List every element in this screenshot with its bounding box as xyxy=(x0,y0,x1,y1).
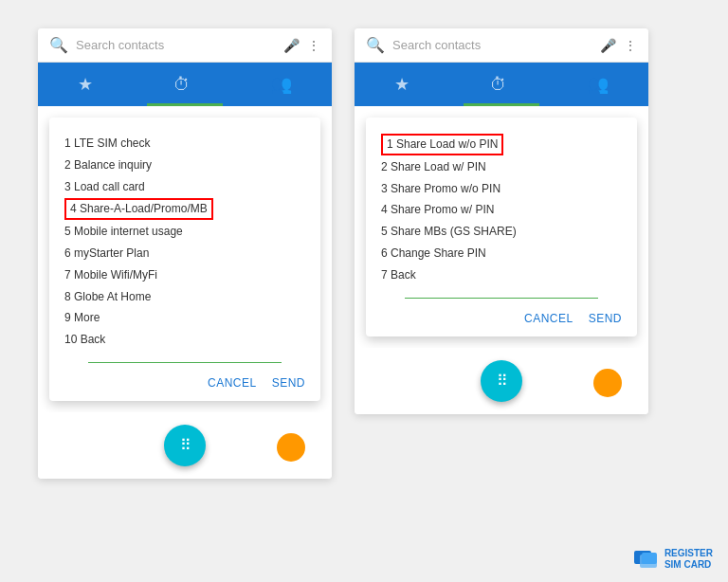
right-tabs-bar: ★ ⏱ 👥 xyxy=(355,63,648,106)
right-dialog-divider xyxy=(405,298,597,299)
right-tab-contacts[interactable]: 👥 xyxy=(573,70,624,99)
list-item[interactable]: 5 Share MBs (GS SHARE) xyxy=(381,221,622,243)
left-cancel-button[interactable]: CANCEL xyxy=(208,376,257,390)
left-tab-indicator xyxy=(147,103,223,106)
right-fab-icon: ⠿ xyxy=(497,372,507,390)
left-tabs-bar: ★ ⏱ 👥 xyxy=(38,63,332,106)
left-tab-favorites[interactable]: ★ xyxy=(63,70,108,99)
list-item[interactable]: 8 Globe At Home xyxy=(64,286,305,308)
left-send-button[interactable]: SEND xyxy=(272,376,305,390)
right-highlighted-item[interactable]: 1 Share Load w/o PIN xyxy=(381,134,503,155)
right-dialog-list: 1 Share Load w/o PIN 2 Share Load w/ PIN… xyxy=(381,133,622,286)
list-item[interactable]: 1 Share Load w/o PIN xyxy=(381,133,622,156)
list-item[interactable]: 3 Load call card xyxy=(64,176,305,198)
left-search-bar: 🔍 Search contacts 🎤 ⋮ xyxy=(38,28,332,63)
list-item[interactable]: 2 Balance inquiry xyxy=(64,155,305,176)
right-cancel-button[interactable]: CANCEL xyxy=(524,312,573,325)
right-fab-button[interactable]: ⠿ xyxy=(481,360,522,402)
list-item[interactable]: 7 Back xyxy=(381,264,622,286)
left-phone-bottom: ⠿ xyxy=(38,412,332,479)
right-phone-screen: 🔍 Search contacts 🎤 ⋮ ★ ⏱ 👥 1 Sh xyxy=(355,28,648,479)
logo-line1: REGISTER xyxy=(664,548,713,559)
list-item[interactable]: 6 Change Share PIN xyxy=(381,243,622,264)
right-dialog: 1 Share Load w/o PIN 2 Share Load w/ PIN… xyxy=(366,118,637,336)
logo-icon xyxy=(634,549,661,570)
left-tab-recent[interactable]: ⏱ xyxy=(158,71,206,99)
list-item[interactable]: 2 Share Load w/ PIN xyxy=(381,156,622,178)
right-tab-recent[interactable]: ⏱ xyxy=(475,71,522,99)
svg-rect-2 xyxy=(642,553,657,564)
logo-area: REGISTER SIM CARD xyxy=(634,548,713,571)
right-dialog-actions: CANCEL SEND xyxy=(381,308,622,325)
right-avatar-thumb xyxy=(593,369,622,397)
right-search-bar: 🔍 Search contacts 🎤 ⋮ xyxy=(355,28,648,63)
list-item[interactable]: 10 Back xyxy=(64,329,305,351)
highlighted-item[interactable]: 4 Share-A-Load/Promo/MB xyxy=(64,198,213,220)
list-item[interactable]: 4 Share Promo w/ PIN xyxy=(381,199,622,221)
left-dialog-divider xyxy=(88,362,281,363)
search-icon: 🔍 xyxy=(49,36,68,54)
left-tab-contacts[interactable]: 👥 xyxy=(256,70,307,99)
left-avatar-thumb xyxy=(277,433,305,462)
list-item[interactable]: 9 More xyxy=(64,307,305,329)
list-item[interactable]: 1 LTE SIM check xyxy=(64,133,305,155)
logo-line2: SIM CARD xyxy=(664,559,713,571)
right-more-icon[interactable]: ⋮ xyxy=(624,38,637,53)
left-dialog-list: 1 LTE SIM check 2 Balance inquiry 3 Load… xyxy=(64,133,305,351)
left-phone-screen: 🔍 Search contacts 🎤 ⋮ ★ ⏱ 👥 1 LTE SIM ch… xyxy=(38,28,332,479)
list-item[interactable]: 7 Mobile Wifi/MyFi xyxy=(64,264,305,286)
right-send-button[interactable]: SEND xyxy=(589,312,622,325)
right-search-input[interactable]: Search contacts xyxy=(392,38,592,52)
left-fab-button[interactable]: ⠿ xyxy=(164,425,206,466)
right-tab-favorites[interactable]: ★ xyxy=(379,70,425,99)
fab-icon: ⠿ xyxy=(180,436,191,454)
right-phone-bottom: ⠿ xyxy=(355,348,648,414)
right-tab-indicator xyxy=(464,103,539,106)
right-search-icon: 🔍 xyxy=(366,36,385,54)
list-item[interactable]: 5 Mobile internet usage xyxy=(64,221,305,243)
list-item[interactable]: 6 myStarter Plan xyxy=(64,243,305,264)
more-icon[interactable]: ⋮ xyxy=(307,38,320,53)
left-search-input[interactable]: Search contacts xyxy=(76,38,276,52)
list-item[interactable]: 4 Share-A-Load/Promo/MB xyxy=(64,197,305,221)
logo-text: REGISTER SIM CARD xyxy=(664,548,713,571)
list-item[interactable]: 3 Share Promo w/o PIN xyxy=(381,178,622,200)
left-dialog-actions: CANCEL SEND xyxy=(64,373,305,390)
right-mic-icon[interactable]: 🎤 xyxy=(600,38,616,53)
mic-icon[interactable]: 🎤 xyxy=(283,38,300,53)
left-dialog: 1 LTE SIM check 2 Balance inquiry 3 Load… xyxy=(49,118,320,401)
